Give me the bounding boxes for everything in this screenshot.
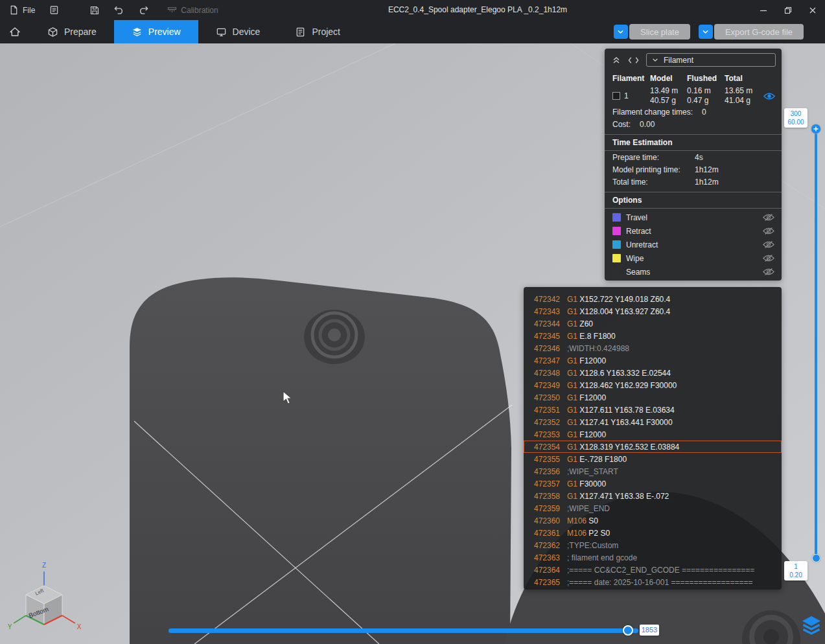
gcode-line[interactable]: 472359;WIPE_END <box>524 502 782 514</box>
file-icon <box>9 5 19 15</box>
filament-visibility-button[interactable] <box>763 92 775 100</box>
gcode-lines: 472342G1 X152.722 Y149.018 Z60.4472343G1… <box>524 293 782 588</box>
tab-preview[interactable]: Preview <box>114 20 198 43</box>
redo-button[interactable] <box>136 0 151 20</box>
chevron-down-icon <box>617 29 624 34</box>
orientation-cube[interactable]: Z Y X Left Bottom <box>4 558 88 639</box>
filament-row: 1 13.49 m 40.57 g 0.16 m 0.47 g 13.65 m … <box>612 86 775 106</box>
option-visibility-button[interactable] <box>763 268 774 276</box>
gcode-line-number: 472346 <box>530 344 560 353</box>
option-visibility-button[interactable] <box>763 254 774 262</box>
layer-slider[interactable] <box>815 133 817 555</box>
gcode-line[interactable]: 472358G1 X127.471 Y163.38 E-.072 <box>524 490 782 502</box>
maximize-button[interactable] <box>776 0 800 20</box>
export-gcode-button[interactable]: Export G-code file <box>714 24 804 40</box>
gcode-line[interactable]: 472350G1 F12000 <box>524 391 782 404</box>
gcode-comment: ;WIPE_END <box>567 504 610 513</box>
notes-button[interactable] <box>47 0 61 20</box>
move-slider-handle[interactable] <box>623 625 633 636</box>
gcode-line[interactable]: 472342G1 X152.722 Y149.018 Z60.4 <box>524 293 782 305</box>
gcode-args: S0 <box>587 516 598 525</box>
option-visibility-button[interactable] <box>763 240 774 249</box>
gcode-args: F12000 <box>577 393 606 402</box>
prepare-icon <box>47 27 58 38</box>
layers-view-button[interactable] <box>800 614 823 639</box>
option-color-swatch <box>612 240 621 249</box>
gcode-command: G1 <box>567 406 577 415</box>
layer-range-top-badge: 300 60.00 <box>784 108 808 128</box>
filament-change-times: Filament change times: 0 <box>605 106 782 118</box>
gcode-args: E.8 F1800 <box>577 332 616 341</box>
save-button[interactable] <box>87 0 102 20</box>
option-visibility-button[interactable] <box>763 213 774 222</box>
minimize-button[interactable] <box>751 0 776 20</box>
total-weight: 41.04 g <box>725 96 763 106</box>
project-icon <box>295 27 306 38</box>
export-options-button[interactable] <box>699 25 713 39</box>
gcode-line[interactable]: 472364;===== CC&CC2_END_GCODE ==========… <box>524 564 782 576</box>
gcode-line[interactable]: 472360M106 S0 <box>524 514 782 527</box>
view-mode-label: Filament <box>664 56 693 65</box>
close-button[interactable] <box>800 0 825 20</box>
file-menu[interactable]: File <box>6 0 38 20</box>
gcode-line[interactable]: 472349G1 X128.462 Y162.929 F30000 <box>524 379 782 391</box>
calibration-button[interactable]: Calibration <box>165 0 220 20</box>
preview-icon <box>132 27 143 38</box>
move-slider[interactable] <box>168 628 638 633</box>
export-gcode-group: Export G-code file <box>699 24 804 40</box>
gcode-line[interactable]: 472348G1 X128.6 Y163.332 E.02544 <box>524 367 782 379</box>
calibration-icon <box>167 6 177 15</box>
gcode-line[interactable]: 472344G1 Z60 <box>524 317 782 330</box>
gcode-args: E-.728 F1800 <box>577 455 627 464</box>
close-icon <box>809 6 817 14</box>
gcode-panel[interactable]: 472342G1 X152.722 Y149.018 Z60.4472343G1… <box>524 287 782 590</box>
gcode-line[interactable]: 472346;WIDTH:0.424988 <box>524 342 782 354</box>
undo-button[interactable] <box>111 0 126 20</box>
tab-device[interactable]: Device <box>198 20 278 43</box>
gcode-line[interactable]: 472362;TYPE:Custom <box>524 539 782 551</box>
gcode-line[interactable]: 472357G1 F30000 <box>524 477 782 490</box>
gcode-line[interactable]: 472345G1 E.8 F1800 <box>524 330 782 342</box>
gcode-line[interactable]: 472352G1 X127.41 Y163.441 F30000 <box>524 416 782 428</box>
eye-icon <box>763 92 775 100</box>
main-tabbar: Prepare Preview Device Project Slice pla… <box>0 20 825 43</box>
slice-options-button[interactable] <box>614 25 628 39</box>
filament-table: Filament Model Flushed Total 1 13.49 m 4… <box>605 70 782 106</box>
gcode-line[interactable]: 472351G1 X127.611 Y163.78 E.03634 <box>524 404 782 416</box>
eye-off-icon <box>763 240 774 249</box>
top-layer-height: 60.00 <box>784 118 808 126</box>
window-title: ECC2_0.4_Spool adapter_Elegoo PLA _0.2_1… <box>388 0 567 20</box>
change-times-label: Filament change times: <box>612 108 693 117</box>
gcode-line-number: 472356 <box>530 467 560 476</box>
tab-project[interactable]: Project <box>277 20 358 43</box>
gcode-view-button[interactable] <box>628 56 639 64</box>
slice-plate-button[interactable]: Slice plate <box>629 24 690 40</box>
option-row: Retract <box>605 224 782 238</box>
option-color-swatch <box>612 213 621 222</box>
option-row: Seams <box>605 265 782 279</box>
gcode-line[interactable]: 472354G1 X128.319 Y162.532 E.03884 <box>524 441 782 453</box>
option-visibility-button[interactable] <box>763 227 774 235</box>
home-button[interactable] <box>0 20 30 43</box>
gcode-line[interactable]: 472355G1 E-.728 F1800 <box>524 453 782 465</box>
option-label: Travel <box>626 213 763 222</box>
gcode-line[interactable]: 472356;WIPE_START <box>524 465 782 477</box>
total-time-row: Total time: 1h12m <box>605 176 782 188</box>
cost-label: Cost: <box>612 120 631 129</box>
view-mode-dropdown[interactable]: Filament <box>646 53 776 67</box>
model-knob[interactable] <box>304 310 365 364</box>
gcode-line[interactable]: 472361M106 P2 S0 <box>524 527 782 539</box>
layer-slider-bottom-handle[interactable] <box>812 554 820 562</box>
collapse-panel-button[interactable] <box>612 56 621 64</box>
model-weight: 40.57 g <box>650 96 687 106</box>
slice-plate-group: Slice plate <box>614 24 690 40</box>
tab-prepare[interactable]: Prepare <box>30 20 114 43</box>
gcode-line[interactable]: 472363; filament end gcode <box>524 551 782 564</box>
gcode-line[interactable]: 472365;===== date: 2025-10-16-001 ======… <box>524 576 782 588</box>
gcode-line[interactable]: 472343G1 X128.004 Y163.927 Z60.4 <box>524 305 782 317</box>
gcode-line[interactable]: 472353G1 F12000 <box>524 428 782 441</box>
total-time-label: Total time: <box>612 178 695 187</box>
undo-icon <box>113 5 124 15</box>
layer-slider-top-handle[interactable] <box>811 124 820 133</box>
gcode-line[interactable]: 472347G1 F12000 <box>524 354 782 367</box>
